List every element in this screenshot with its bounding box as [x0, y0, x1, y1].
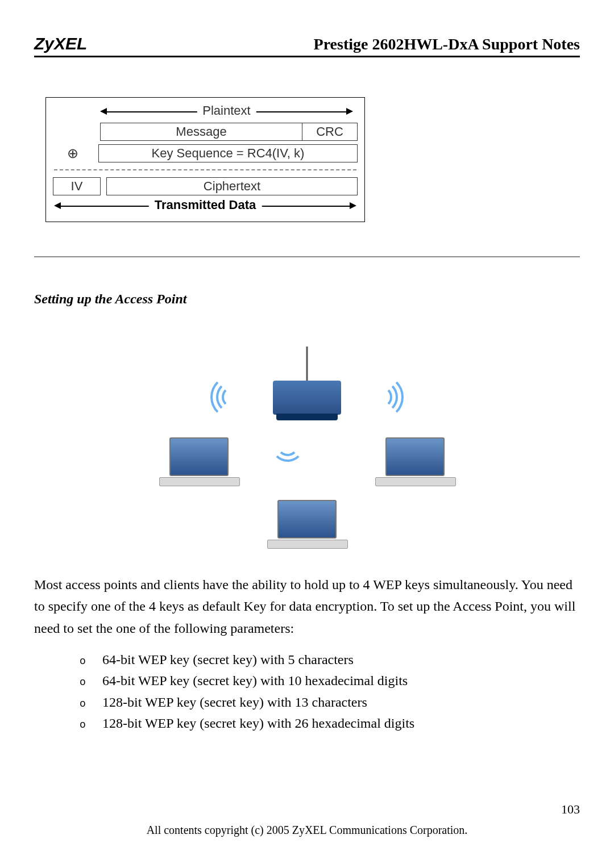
- keyseq-row: ⊕ Key Sequence = RC4(IV, k): [53, 144, 358, 162]
- wep-key-list: 64-bit WEP key (secret key) with 5 chara…: [34, 649, 580, 734]
- xor-symbol-icon: ⊕: [53, 145, 93, 161]
- list-item: 128-bit WEP key (secret key) with 13 cha…: [102, 692, 580, 713]
- laptop-icon: [267, 500, 347, 551]
- page-number: 103: [561, 802, 580, 817]
- keysequence-cell: Key Sequence = RC4(IV, k): [98, 144, 358, 162]
- ciphertext-cell: Ciphertext: [106, 177, 358, 195]
- diagram-frame: Plaintext Message CRC ⊕ Key Sequence = R…: [45, 97, 365, 222]
- laptop-icon: [375, 437, 455, 489]
- list-item: 64-bit WEP key (secret key) with 10 hexa…: [102, 670, 580, 691]
- section-separator: [34, 256, 580, 257]
- message-crc-row: Message CRC: [100, 123, 358, 141]
- iv-cell: IV: [53, 177, 101, 195]
- section-heading: Setting up the Access Point: [34, 291, 580, 307]
- diagram-divider: [54, 169, 356, 170]
- zyxel-logo: ZyXEL: [34, 34, 87, 53]
- plaintext-arrow-row: Plaintext: [100, 105, 353, 119]
- iv-ciphertext-row: IV Ciphertext: [53, 177, 358, 195]
- plaintext-label: Plaintext: [197, 103, 256, 118]
- list-item: 128-bit WEP key (secret key) with 26 hex…: [102, 713, 580, 734]
- message-cell: Message: [100, 123, 302, 141]
- access-point-illustration: [159, 335, 455, 551]
- transmitted-data-label: Transmitted Data: [149, 198, 262, 212]
- copyright-footer: All contents copyright (c) 2005 ZyXEL Co…: [0, 824, 614, 837]
- router-icon: [273, 381, 341, 415]
- document-page: ZyXEL Prestige 2602HWL-DxA Support Notes…: [0, 0, 614, 868]
- transmitted-arrow-row: Transmitted Data: [54, 199, 356, 214]
- laptop-icon: [159, 437, 239, 489]
- wep-structure-diagram: Plaintext Message CRC ⊕ Key Sequence = R…: [45, 97, 580, 222]
- document-title: Prestige 2602HWL-DxA Support Notes: [314, 35, 580, 53]
- body-paragraph: Most access points and clients have the …: [34, 574, 580, 639]
- crc-cell: CRC: [302, 123, 358, 141]
- page-header: ZyXEL Prestige 2602HWL-DxA Support Notes: [34, 34, 580, 57]
- list-item: 64-bit WEP key (secret key) with 5 chara…: [102, 649, 580, 670]
